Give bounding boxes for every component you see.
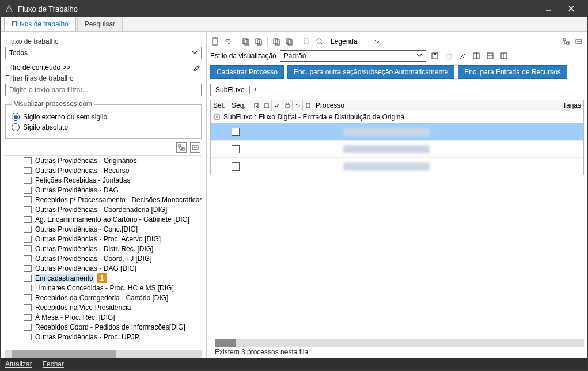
right-tool1-icon[interactable] (561, 36, 571, 47)
btn-enc-recursos[interactable]: Enc. para Entrada de Recursos (458, 65, 567, 79)
folder-icon (24, 236, 32, 243)
copy1-icon[interactable] (241, 36, 251, 47)
folder-icon (24, 314, 32, 321)
style-combo[interactable]: Padrão (280, 50, 426, 62)
tree-item[interactable]: Outras Providências - Recurso (24, 165, 202, 175)
redacted-cell (343, 128, 430, 136)
highlighter-icon[interactable] (192, 63, 202, 72)
chevron-down-icon (191, 48, 199, 58)
tree-item[interactable]: Em cadastramento1 (24, 273, 202, 283)
table-row[interactable] (211, 158, 583, 175)
tree-item[interactable]: Outras Providências - Conc.[DIG] (24, 224, 202, 234)
new-doc-icon[interactable] (210, 36, 221, 47)
checkbox[interactable] (232, 145, 240, 153)
tree-item[interactable]: Recebidos da Corregedoria - Cartório [DI… (24, 293, 202, 302)
folder-icon (24, 294, 32, 301)
tree-item[interactable]: Petições Recebidas - Juntadas (24, 175, 202, 185)
tree-item[interactable]: Outras Providências - Proc. UPJP (24, 332, 202, 342)
copy5-icon[interactable] (302, 36, 312, 47)
subfluxo-breadcrumb[interactable]: SubFluxo / (210, 84, 261, 96)
btn-enc-auto[interactable]: Enc. para outra seção/subseção Automatic… (287, 65, 454, 79)
col-check-icon[interactable] (272, 100, 282, 111)
titlebar: Fluxo de Trabalho (1, 1, 587, 17)
radio-icon (12, 123, 20, 131)
tree-item-label: Petições Recebidas - Juntadas (34, 176, 131, 184)
copy3-icon[interactable] (271, 36, 282, 47)
tool-collapse-icon[interactable] (190, 142, 200, 153)
scrollbar-thumb[interactable] (12, 350, 116, 358)
tree-item[interactable]: Outras Providências - Proc. Acervo [DIG] (24, 234, 202, 244)
col-bookmark-icon[interactable] (251, 100, 261, 111)
app-icon (5, 5, 13, 13)
folder-icon (24, 285, 32, 292)
footer-close[interactable]: Fechar (43, 360, 64, 368)
checkbox[interactable] (232, 128, 240, 136)
tree-item[interactable]: Outras Providências - DAG [DIG] (24, 263, 202, 273)
col-seq[interactable]: Seq. (229, 100, 251, 111)
tab-pesquisar[interactable]: Pesquisar (77, 17, 123, 31)
delete-icon[interactable] (443, 51, 454, 61)
tree-item[interactable]: À Mesa - Proc. Rec. [DIG] (24, 312, 202, 322)
col-dropdown[interactable]: Tarjas (557, 100, 583, 111)
col-sel[interactable]: Sel. (211, 100, 229, 111)
right-tool2-icon[interactable] (574, 36, 584, 47)
book2-icon[interactable] (485, 51, 495, 61)
tree-item[interactable]: Outras Providências - DAG (24, 185, 202, 195)
tab-fluxos[interactable]: Fluxos de trabalho (4, 17, 76, 31)
checkbox[interactable] (232, 162, 240, 171)
callout-1: 1 (97, 273, 107, 283)
filter-label[interactable]: Filtro de conteúdo >> (5, 63, 70, 71)
grid-group-row[interactable]: SubFluxo : Fluxo Digital - Entrada e Dis… (210, 111, 584, 123)
top-toolbar: Legenda (210, 34, 584, 49)
tree-item[interactable]: Liminares Concedidas - Proc. HC e MS [DI… (24, 283, 202, 293)
filter-input[interactable]: Digite o texto para filtrar... (5, 84, 202, 96)
tree-item[interactable]: Recebidos Coord - Pedidos de Informações… (24, 322, 202, 332)
folder-icon (24, 275, 32, 282)
table-row[interactable] (211, 123, 583, 141)
folder-icon (24, 216, 32, 223)
redacted-cell (343, 162, 430, 171)
save-icon[interactable] (430, 51, 440, 61)
copy2-icon[interactable] (253, 36, 264, 47)
svg-rect-28 (476, 53, 479, 59)
tree-item[interactable]: Outras Providências - Distr. Rec. [DIG] (24, 244, 202, 253)
close-button[interactable] (560, 1, 583, 17)
sidebar-hscroll[interactable] (5, 350, 202, 358)
svg-rect-29 (487, 53, 493, 59)
status-text: Existem 3 processos nesta fila (215, 346, 584, 358)
radio-sigilo-externo[interactable]: Sigilo externo ou sem sigilo (12, 113, 195, 121)
radio-sigilo-absoluto[interactable]: Sigilo absoluto (12, 123, 195, 131)
folder-icon (24, 157, 32, 164)
tree-item-label: Recebidos p/ Processamento - Decisões Mo… (34, 196, 202, 204)
tree-item[interactable]: Outras Providências - Coordenadoria [DIG… (24, 205, 202, 214)
col-lock-icon[interactable] (282, 100, 293, 111)
book1-icon[interactable] (471, 51, 481, 61)
search-icon[interactable] (314, 36, 325, 47)
tree-item[interactable]: Outras Providências - Coord. TJ [DIG] (24, 253, 202, 263)
tree-item[interactable]: Recebidos p/ Processamento - Decisões Mo… (24, 195, 202, 205)
btn-cadastrar[interactable]: Cadastrar Processo (210, 65, 284, 79)
tree-item[interactable]: Recebidos na Vice-Presidência (24, 302, 202, 312)
refresh-icon[interactable] (223, 36, 233, 47)
tree-item[interactable]: Ag. Encaminhamento ao Cartório - Gabinet… (24, 214, 202, 224)
edit-icon[interactable] (457, 51, 468, 61)
tree-item-label: Outras Providências - Proc. UPJP (34, 333, 141, 341)
tree-item[interactable]: Outras Providências - Originários (24, 156, 202, 165)
svg-rect-24 (434, 53, 436, 55)
col-link-icon[interactable] (293, 100, 303, 111)
minimize-button[interactable] (537, 1, 560, 17)
legend-combo[interactable]: Legenda (329, 36, 404, 47)
table-row[interactable] (211, 141, 583, 158)
footer-update[interactable]: Atualizar (5, 360, 32, 368)
tree[interactable]: Outras Providências - OrigináriosOutras … (5, 155, 202, 349)
col-doc-icon[interactable] (303, 100, 313, 111)
col-processo[interactable]: Processo (313, 100, 557, 111)
copy4-icon[interactable] (284, 36, 294, 47)
svg-rect-7 (213, 38, 217, 45)
tool-hierarchy-icon[interactable] (176, 142, 187, 153)
layout-icon[interactable] (499, 51, 509, 61)
svg-rect-27 (473, 53, 476, 59)
tree-item-label: Outras Providências - Coord. TJ [DIG] (34, 255, 153, 263)
col-clip-icon[interactable] (261, 100, 272, 111)
flow-combo[interactable]: Todos (5, 47, 202, 59)
